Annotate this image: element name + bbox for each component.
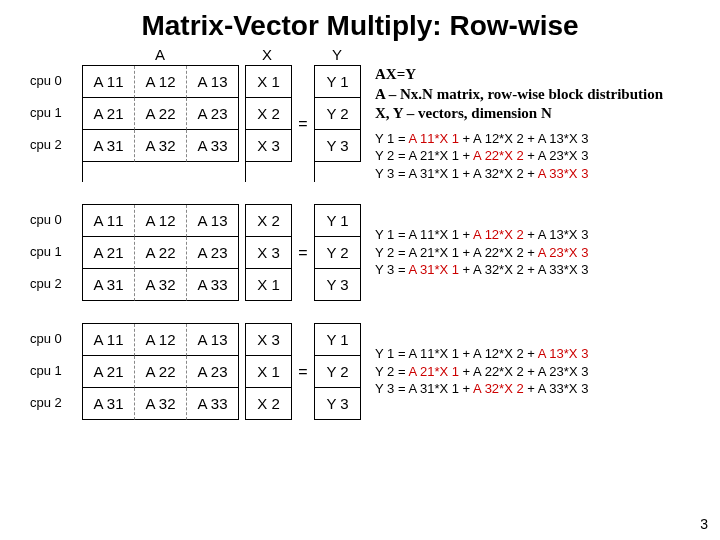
- a-cell: A 23: [187, 98, 239, 130]
- side-text-3: Y 1 = A 11*X 1 + A 12*X 2 + A 13*X 3 Y 2…: [375, 323, 588, 420]
- x-cell: X 1: [246, 269, 292, 301]
- eq-line: Y 2 = A 21*X 1 + A 22*X 2 + A 23*X 3: [375, 147, 663, 165]
- y-cell: Y 1: [315, 205, 361, 237]
- a-cell: A 13: [187, 66, 239, 98]
- column-headers: A X Y: [30, 46, 700, 63]
- equals-sign: =: [294, 204, 312, 301]
- vector-x: X 1 X 2 X 3: [245, 65, 292, 182]
- x-cell: X 1: [246, 356, 292, 388]
- y-cell: Y 1: [315, 66, 361, 98]
- eq-line: Y 2 = A 21*X 1 + A 22*X 2 + A 23*X 3: [375, 363, 588, 381]
- a-cell: A 22: [135, 356, 187, 388]
- a-cell: A 11: [83, 324, 135, 356]
- cpu-label: cpu 0: [30, 323, 82, 355]
- a-cell: A 31: [83, 269, 135, 301]
- y-cell: Y 3: [315, 388, 361, 420]
- a-cell: A 11: [83, 66, 135, 98]
- matrix-a: A 11A 12A 13 A 21A 22A 23 A 31A 32A 33: [82, 323, 239, 420]
- a-cell: A 32: [135, 130, 187, 162]
- a-cell: A 33: [187, 388, 239, 420]
- cpu-label: cpu 1: [30, 97, 82, 129]
- slide-content: A X Y cpu 0 cpu 1 cpu 2 A 11 A 12 A 13 A…: [0, 46, 720, 420]
- slide-number: 3: [700, 516, 708, 532]
- eq-line: Y 3 = A 31*X 1 + A 32*X 2 + A 33*X 3: [375, 261, 588, 279]
- a-cell: A 31: [83, 130, 135, 162]
- a-cell: A 21: [83, 98, 135, 130]
- y-cell: Y 2: [315, 356, 361, 388]
- a-cell: A 12: [135, 66, 187, 98]
- desc-line: A – Nx.N matrix, row-wise block distribu…: [375, 85, 663, 105]
- vector-y: Y 1 Y 2 Y 3: [314, 65, 361, 182]
- y-cell: Y 3: [315, 130, 361, 162]
- eq-line: Y 2 = A 21*X 1 + A 22*X 2 + A 23*X 3: [375, 244, 588, 262]
- cpu-label: cpu 0: [30, 65, 82, 97]
- a-cell: A 23: [187, 356, 239, 388]
- eq-line: Y 1 = A 11*X 1 + A 12*X 2 + A 13*X 3: [375, 226, 588, 244]
- y-cell: Y 3: [315, 269, 361, 301]
- side-text-2: Y 1 = A 11*X 1 + A 12*X 2 + A 13*X 3 Y 2…: [375, 204, 588, 301]
- matrix-a: A 11A 12A 13 A 21A 22A 23 A 31A 32A 33: [82, 204, 239, 301]
- a-cell: A 22: [135, 98, 187, 130]
- cpu-labels: cpu 0 cpu 1 cpu 2: [30, 65, 82, 182]
- x-cell: X 2: [246, 388, 292, 420]
- a-cell: A 12: [135, 324, 187, 356]
- y-cell: Y 1: [315, 324, 361, 356]
- cpu-label: cpu 2: [30, 387, 82, 419]
- a-cell: A 11: [83, 205, 135, 237]
- a-cell: A 13: [187, 205, 239, 237]
- cpu-label: cpu 1: [30, 355, 82, 387]
- cpu-label: cpu 2: [30, 268, 82, 300]
- block-row-2: cpu 0 cpu 1 cpu 2 A 11A 12A 13 A 21A 22A…: [30, 204, 700, 301]
- a-cell: A 33: [187, 130, 239, 162]
- a-cell: A 32: [135, 269, 187, 301]
- equals-sign: =: [294, 323, 312, 420]
- eq-line: Y 3 = A 31*X 1 + A 32*X 2 + A 33*X 3: [375, 165, 663, 183]
- a-cell: A 21: [83, 356, 135, 388]
- vector-y: Y 1 Y 2 Y 3: [314, 323, 361, 420]
- cpu-label: cpu 2: [30, 129, 82, 161]
- cpu-labels: cpu 0 cpu 1 cpu 2: [30, 323, 82, 420]
- x-cell: X 1: [246, 66, 292, 98]
- a-cell: A 13: [187, 324, 239, 356]
- equals-sign: =: [294, 65, 312, 182]
- a-cell: A 33: [187, 269, 239, 301]
- cpu-label: cpu 1: [30, 236, 82, 268]
- x-cell: X 2: [246, 205, 292, 237]
- side-text-1: AX=Y A – Nx.N matrix, row-wise block dis…: [375, 65, 663, 182]
- a-cell: A 32: [135, 388, 187, 420]
- desc-line: X, Y – vectors, dimension N: [375, 104, 663, 124]
- a-cell: A 31: [83, 388, 135, 420]
- eq-line: Y 3 = A 31*X 1 + A 32*X 2 + A 33*X 3: [375, 380, 588, 398]
- cpu-label: cpu 0: [30, 204, 82, 236]
- a-cell: A 12: [135, 205, 187, 237]
- y-cell: Y 2: [315, 237, 361, 269]
- eq-line: Y 1 = A 11*X 1 + A 12*X 2 + A 13*X 3: [375, 345, 588, 363]
- vector-x: X 2 X 3 X 1: [245, 204, 292, 301]
- y-cell: Y 2: [315, 98, 361, 130]
- a-cell: A 22: [135, 237, 187, 269]
- block-row-1: cpu 0 cpu 1 cpu 2 A 11 A 12 A 13 A 21 A …: [30, 65, 700, 182]
- vector-y: Y 1 Y 2 Y 3: [314, 204, 361, 301]
- header-y: Y: [314, 46, 360, 63]
- a-cell: A 21: [83, 237, 135, 269]
- x-cell: X 3: [246, 130, 292, 162]
- vector-x: X 3 X 1 X 2: [245, 323, 292, 420]
- cpu-labels: cpu 0 cpu 1 cpu 2: [30, 204, 82, 301]
- desc-line: AX=Y: [375, 65, 663, 85]
- eq-line: Y 1 = A 11*X 1 + A 12*X 2 + A 13*X 3: [375, 130, 663, 148]
- header-a: A: [82, 46, 238, 63]
- a-cell: A 23: [187, 237, 239, 269]
- x-cell: X 3: [246, 237, 292, 269]
- header-x: X: [244, 46, 290, 63]
- slide-title: Matrix-Vector Multiply: Row-wise: [0, 0, 720, 46]
- x-cell: X 2: [246, 98, 292, 130]
- block-row-3: cpu 0 cpu 1 cpu 2 A 11A 12A 13 A 21A 22A…: [30, 323, 700, 420]
- matrix-a: A 11 A 12 A 13 A 21 A 22 A 23 A 31 A 32 …: [82, 65, 239, 182]
- x-cell: X 3: [246, 324, 292, 356]
